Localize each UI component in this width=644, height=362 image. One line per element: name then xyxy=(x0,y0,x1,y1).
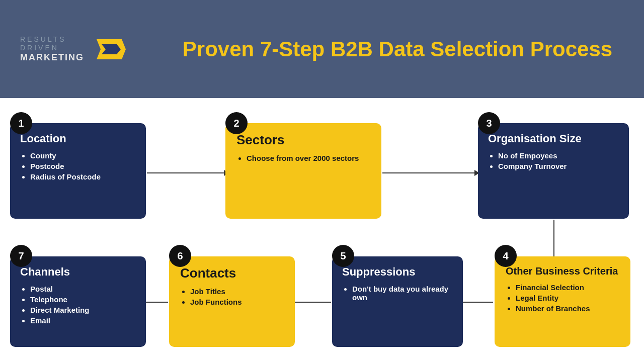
logo-chevron-icon xyxy=(89,32,129,67)
connector-3-4 xyxy=(553,220,554,257)
step-7-title: Channels xyxy=(20,265,136,279)
step-1-box: Location County Postcode Radius of Postc… xyxy=(10,123,146,219)
step-7-box: Channels Postal Telephone Direct Marketi… xyxy=(10,256,146,347)
list-item: Number of Branches xyxy=(516,304,619,313)
list-item: Choose from over 2000 sectors xyxy=(247,154,370,162)
step-2-box: Sectors Choose from over 2000 sectors xyxy=(225,123,381,219)
step-2-list: Choose from over 2000 sectors xyxy=(236,154,370,162)
step-1-title: Location xyxy=(20,132,136,145)
list-item: Email xyxy=(30,316,136,325)
list-item: Job Titles xyxy=(190,287,284,296)
step-1-list: County Postcode Radius of Postcode xyxy=(20,151,136,181)
list-item: County xyxy=(30,151,136,160)
list-item: Financial Selection xyxy=(516,283,619,292)
logo-area: RESULTS DRIVEN MARKETING xyxy=(20,32,151,67)
step-4-title: Other Business Criteria xyxy=(506,265,619,277)
list-item: Radius of Postcode xyxy=(30,172,136,181)
step-5-title: Suppressions xyxy=(342,265,453,279)
list-item: No of Empoyees xyxy=(498,151,619,160)
list-item: Postcode xyxy=(30,162,136,170)
step-4-box: Other Business Criteria Financial Select… xyxy=(495,256,630,347)
step-3-title: Organisation Size xyxy=(488,132,619,145)
list-item: Job Functions xyxy=(190,298,284,306)
step-4-list: Financial Selection Legal Entity Number … xyxy=(506,283,619,313)
page-title: Proven 7-Step B2B Data Selection Process xyxy=(171,37,624,61)
step-6-circle: 6 xyxy=(169,245,191,267)
logo-driven: DRIVEN xyxy=(20,44,84,52)
step-3-box: Organisation Size No of Empoyees Company… xyxy=(478,123,629,219)
connector-1-2 xyxy=(147,172,225,173)
step-3-circle: 3 xyxy=(478,112,500,134)
connector-2-3 xyxy=(382,172,475,173)
step-6-title: Contacts xyxy=(180,265,284,281)
step-1-circle: 1 xyxy=(10,112,32,134)
step-5-circle: 5 xyxy=(332,245,354,267)
step-2-title: Sectors xyxy=(236,132,370,148)
step-5-box: Suppressions Don't buy data you already … xyxy=(332,256,463,347)
step-4-circle: 4 xyxy=(495,245,517,267)
step-6-box: Contacts Job Titles Job Functions xyxy=(169,256,295,347)
header: RESULTS DRIVEN MARKETING Proven 7-Step B… xyxy=(0,0,644,98)
step-6-list: Job Titles Job Functions xyxy=(180,287,284,306)
logo-marketing: MARKETING xyxy=(20,52,84,63)
step-7-circle: 7 xyxy=(10,245,32,267)
list-item: Company Turnover xyxy=(498,162,619,170)
list-item: Telephone xyxy=(30,295,136,304)
logo-text: RESULTS DRIVEN MARKETING xyxy=(20,35,84,63)
logo-results: RESULTS xyxy=(20,35,84,44)
step-3-list: No of Empoyees Company Turnover xyxy=(488,151,619,170)
diagram-area: 1 Location County Postcode Radius of Pos… xyxy=(0,98,644,362)
list-item: Legal Entity xyxy=(516,294,619,302)
step-7-list: Postal Telephone Direct Marketing Email xyxy=(20,285,136,325)
list-item: Direct Marketing xyxy=(30,306,136,314)
step-5-list: Don't buy data you already own xyxy=(342,285,453,302)
step-2-circle: 2 xyxy=(225,112,248,134)
list-item: Don't buy data you already own xyxy=(352,285,453,302)
list-item: Postal xyxy=(30,285,136,293)
